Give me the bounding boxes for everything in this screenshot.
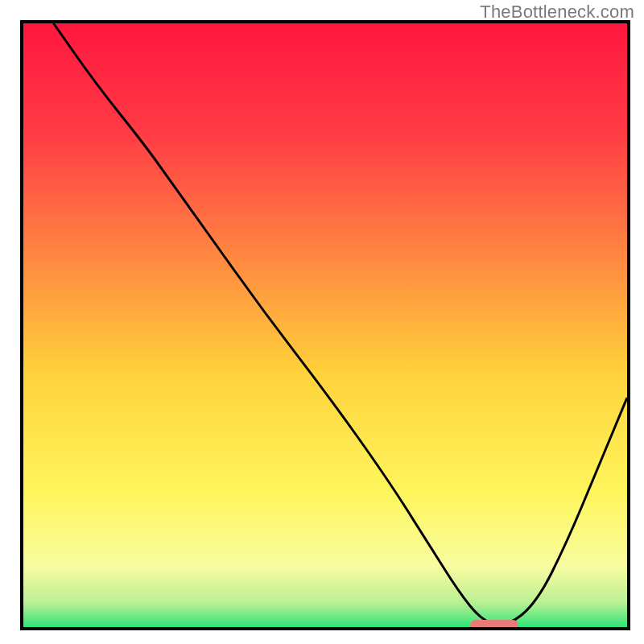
- bottleneck-curve: [23, 23, 627, 627]
- watermark-text: TheBottleneck.com: [480, 2, 634, 23]
- curve-path: [54, 23, 628, 625]
- chart-canvas: TheBottleneck.com: [0, 0, 644, 644]
- plot-area: [20, 20, 630, 630]
- optimal-range-marker: [470, 620, 518, 630]
